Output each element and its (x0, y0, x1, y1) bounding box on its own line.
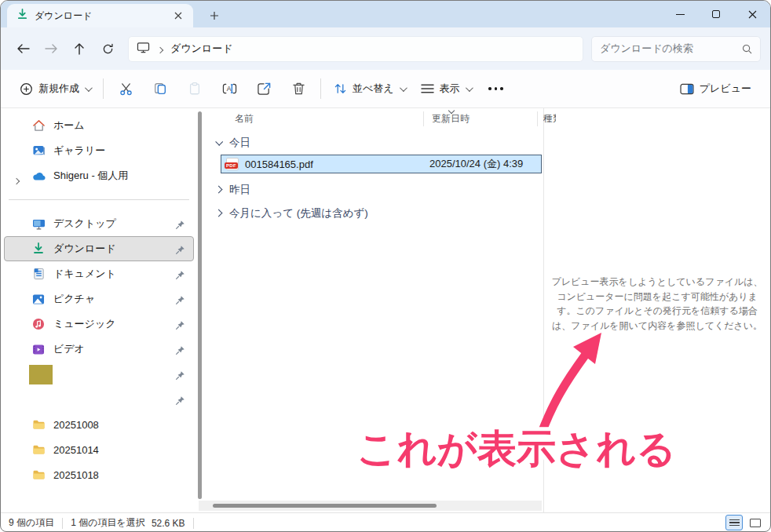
pdf-badge: PDF (225, 162, 238, 169)
column-divider[interactable] (423, 111, 424, 126)
group-header-earlier-this-month[interactable]: 今月に入って (先週は含めず) (210, 202, 543, 224)
group-header-yesterday[interactable]: 昨日 (210, 179, 543, 200)
sidebar-item-onedrive[interactable]: Shigeru - 個人用 (4, 163, 194, 188)
sort-button[interactable]: 並べ替え (326, 75, 413, 103)
sidebar-item-label: 20251014 (53, 444, 99, 456)
expand-chevron-icon[interactable] (215, 210, 223, 217)
status-divider (62, 518, 63, 529)
copy-icon (153, 82, 167, 96)
sidebar-item-label: ダウンロード (53, 242, 116, 256)
sidebar-item-label: ギャラリー (53, 144, 105, 158)
maximize-button[interactable] (698, 1, 734, 27)
desktop-icon (31, 217, 46, 231)
new-icon (20, 82, 33, 96)
column-header-name[interactable]: 名前 (235, 112, 254, 126)
sidebar-item-folder-20251008[interactable]: 20251008 (4, 412, 194, 437)
sidebar-item-home[interactable]: ホーム (4, 113, 194, 138)
rename-button[interactable]: A (212, 75, 247, 103)
view-button[interactable]: 表示 (413, 75, 479, 103)
delete-button[interactable] (281, 75, 316, 103)
window-controls (662, 1, 770, 27)
more-options-button[interactable] (479, 75, 513, 103)
paste-button[interactable] (177, 75, 212, 103)
ellipsis-icon (488, 87, 503, 90)
new-tab-button[interactable] (204, 6, 225, 25)
sidebar-item-documents[interactable]: ドキュメント (4, 261, 194, 286)
redacted-label-block (29, 365, 53, 384)
sidebar-item-videos[interactable]: ビデオ (4, 337, 194, 362)
tab-title: ダウンロード (35, 9, 170, 23)
new-button[interactable]: 新規作成 (12, 75, 98, 103)
sidebar-item-gallery[interactable]: ギャラリー (4, 138, 194, 163)
column-header-modified[interactable]: 更新日時 (432, 112, 470, 126)
details-view-button[interactable] (725, 515, 743, 530)
up-button[interactable] (65, 35, 93, 62)
breadcrumb-chevron-icon (158, 42, 163, 56)
sidebar-item-redacted-2[interactable] (4, 387, 194, 412)
title-bar: ダウンロード (1, 1, 770, 27)
large-icons-view-button[interactable] (747, 515, 764, 530)
expand-chevron-icon[interactable] (215, 186, 223, 194)
collapse-chevron-icon[interactable] (215, 138, 223, 146)
sidebar-item-label: ビデオ (53, 342, 85, 356)
rename-icon: A (222, 82, 237, 96)
cut-button[interactable] (108, 75, 143, 103)
scrollbar-thumb[interactable] (213, 504, 437, 508)
address-bar[interactable]: ダウンロード (128, 36, 583, 62)
explorer-tab-downloads[interactable]: ダウンロード (7, 4, 193, 27)
back-button[interactable] (9, 35, 37, 62)
onedrive-icon (31, 169, 46, 183)
file-row-selected[interactable]: PDF 001584165.pdf 2025/10/24 (金) 4:39 Mi… (221, 155, 542, 173)
sidebar-item-label: 20251018 (53, 469, 99, 481)
expand-chevron-icon[interactable] (14, 173, 19, 187)
tab-close-button[interactable] (170, 7, 187, 24)
videos-icon (31, 342, 46, 356)
share-button[interactable] (247, 75, 281, 103)
pin-icon (175, 244, 185, 258)
sidebar-item-label: ピクチャ (53, 292, 95, 306)
sidebar-item-pictures[interactable]: ピクチャ (4, 286, 194, 312)
forward-icon (45, 43, 58, 54)
forward-button[interactable] (37, 35, 65, 62)
pictures-icon (31, 292, 46, 306)
sidebar-item-redacted[interactable] (4, 362, 194, 387)
folder-icon (31, 417, 46, 432)
sidebar-item-downloads[interactable]: ダウンロード (4, 236, 194, 261)
column-headers: 名前 更新日時 種類 (210, 108, 543, 129)
sort-icon (334, 82, 347, 95)
file-explorer-window: ダウンロード (0, 0, 771, 532)
group-header-today[interactable]: 今日 (210, 132, 543, 153)
sidebar-item-label: Shigeru - 個人用 (53, 169, 128, 183)
sidebar-item-music[interactable]: ミュージック (4, 312, 194, 337)
refresh-button[interactable] (93, 35, 122, 62)
sidebar-item-label: デスクトップ (53, 217, 116, 231)
sidebar-item-folder-20251014[interactable]: 20251014 (4, 437, 194, 462)
preview-toggle-button[interactable]: プレビュー (672, 75, 759, 103)
minimize-button[interactable] (662, 1, 698, 27)
delete-icon (292, 82, 305, 96)
copy-button[interactable] (143, 75, 177, 103)
pin-icon (175, 344, 185, 359)
sidebar-item-desktop[interactable]: デスクトップ (4, 211, 194, 236)
status-divider (193, 518, 194, 529)
preview-button-label: プレビュー (700, 82, 751, 96)
navigation-bar: ダウンロード ダウンロードの検索 (1, 27, 770, 70)
sidebar-item-folder-20251018[interactable]: 20251018 (4, 462, 194, 487)
share-icon (257, 82, 272, 96)
selection-size: 52.6 KB (152, 518, 185, 529)
column-divider[interactable] (537, 111, 538, 126)
pdf-file-icon: PDF (226, 158, 239, 170)
file-name: 001584165.pdf (245, 159, 313, 170)
back-icon (16, 43, 30, 54)
horizontal-scrollbar[interactable] (199, 501, 542, 511)
breadcrumb[interactable]: ダウンロード (170, 42, 233, 56)
view-button-label: 表示 (440, 82, 460, 96)
this-pc-icon (137, 42, 150, 56)
chevron-down-icon (466, 84, 473, 92)
search-box[interactable]: ダウンロードの検索 (591, 36, 761, 62)
sort-button-label: 並べ替え (353, 82, 394, 96)
view-icon (421, 83, 434, 94)
close-button[interactable] (734, 1, 770, 27)
column-header-type[interactable]: 種類 (543, 112, 556, 126)
selection-count: 1 個の項目を選択 (71, 516, 145, 530)
